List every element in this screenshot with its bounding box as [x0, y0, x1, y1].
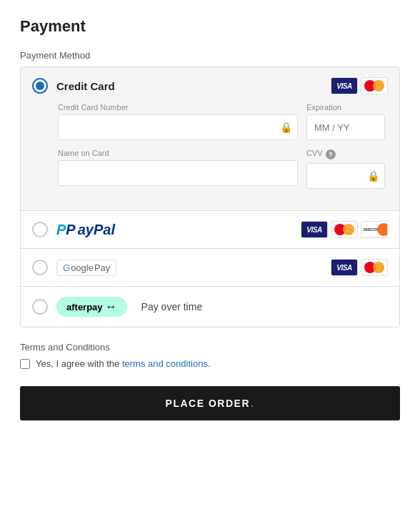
gpay-oogle: oogle [71, 262, 94, 273]
gpay-header: G oogle Pay VISA [32, 259, 388, 276]
afterpay-tagline: Pay over time [141, 301, 203, 312]
payment-methods-container: Credit Card VISA Credit Card Number [20, 67, 400, 328]
payment-option-afterpay[interactable]: afterpay ↔ Pay over time [21, 287, 399, 327]
radio-paypal[interactable] [32, 222, 48, 237]
gpay-logo: G oogle Pay [56, 260, 116, 276]
expiration-wrapper [306, 114, 385, 140]
paypal-left: P P ayPal [32, 222, 115, 238]
terms-link[interactable]: terms and conditions [122, 358, 208, 369]
terms-title: Terms and Conditions [20, 342, 400, 353]
gpay-visa-icon: VISA [331, 259, 358, 276]
paypal-text: ayPal [78, 222, 115, 238]
afterpay-header: afterpay ↔ Pay over time [32, 297, 388, 317]
afterpay-left: afterpay ↔ Pay over time [32, 297, 202, 317]
lock-icon: 🔒 [280, 122, 292, 133]
place-order-button[interactable]: PLACE ORDER. [20, 386, 400, 420]
terms-text-after: . [208, 358, 211, 369]
paypal-discover-icon: DISCOVER [361, 221, 388, 238]
expiration-label: Expiration [306, 103, 385, 112]
paypal-card-icons: VISA DISCOVER [301, 221, 388, 238]
terms-row: Yes, I agree with the terms and conditio… [20, 358, 400, 369]
fields-row-2: Name on Card CVV ? 🔒 [58, 149, 385, 189]
paypal-p1: P [56, 222, 66, 237]
gpay-mc-icon [361, 259, 388, 276]
credit-card-icons: VISA [331, 77, 388, 94]
name-wrapper [58, 160, 298, 186]
cvv-group: CVV ? 🔒 [306, 149, 385, 189]
terms-text-before: Yes, I agree with the [36, 358, 122, 369]
cvv-wrapper: 🔒 [306, 163, 385, 189]
radio-gpay[interactable] [32, 260, 48, 275]
radio-credit-card[interactable] [32, 78, 48, 94]
payment-option-paypal[interactable]: P P ayPal VISA DISCOVER [21, 211, 399, 249]
payment-option-credit-card[interactable]: Credit Card VISA Credit Card Number [21, 67, 399, 211]
place-order-label: PLACE ORDER [166, 398, 250, 409]
cvv-label: CVV [306, 149, 323, 157]
page-title: Payment [20, 17, 400, 36]
terms-checkbox[interactable] [20, 359, 30, 369]
gpay-g: G [63, 262, 70, 273]
paypal-p2: P [66, 222, 75, 237]
paypal-mc-icon [331, 221, 358, 238]
fields-row-1: Credit Card Number 🔒 Expiration [58, 103, 385, 140]
credit-card-label: Credit Card [56, 80, 115, 92]
cvv-lock-icon: 🔒 [367, 170, 379, 182]
name-label: Name on Card [58, 149, 298, 157]
cvv-label-row: CVV ? [306, 149, 385, 160]
afterpay-arrow-icon: ↔ [106, 300, 117, 313]
visa-icon: VISA [331, 77, 358, 94]
paypal-header: P P ayPal VISA DISCOVER [32, 221, 388, 238]
credit-card-header: Credit Card VISA [32, 77, 388, 94]
mastercard-icon [361, 77, 388, 94]
terms-section: Terms and Conditions Yes, I agree with t… [20, 342, 400, 369]
radio-afterpay[interactable] [32, 299, 48, 315]
credit-card-fields: Credit Card Number 🔒 Expiration Name on … [32, 94, 388, 200]
afterpay-text: afterpay [66, 302, 103, 312]
gpay-pay: Pay [94, 262, 110, 273]
gpay-card-icons: VISA [331, 259, 388, 276]
card-number-label: Credit Card Number [58, 103, 298, 112]
credit-card-left: Credit Card [32, 78, 115, 94]
card-number-input[interactable] [58, 114, 298, 140]
paypal-logo: P P ayPal [56, 222, 115, 238]
name-group: Name on Card [58, 149, 298, 189]
cvv-help-icon[interactable]: ? [326, 149, 336, 159]
expiration-group: Expiration [306, 103, 385, 140]
gpay-left: G oogle Pay [32, 260, 116, 276]
card-number-group: Credit Card Number 🔒 [58, 103, 298, 140]
terms-text: Yes, I agree with the terms and conditio… [36, 358, 211, 369]
payment-option-gpay[interactable]: G oogle Pay VISA [21, 249, 399, 287]
paypal-visa-icon: VISA [301, 221, 328, 238]
card-number-wrapper: 🔒 [58, 114, 298, 140]
button-dot: . [251, 398, 254, 409]
afterpay-logo: afterpay ↔ [56, 297, 127, 317]
payment-method-label: Payment Method [20, 50, 400, 61]
expiration-input[interactable] [306, 114, 385, 140]
name-input[interactable] [58, 160, 298, 186]
